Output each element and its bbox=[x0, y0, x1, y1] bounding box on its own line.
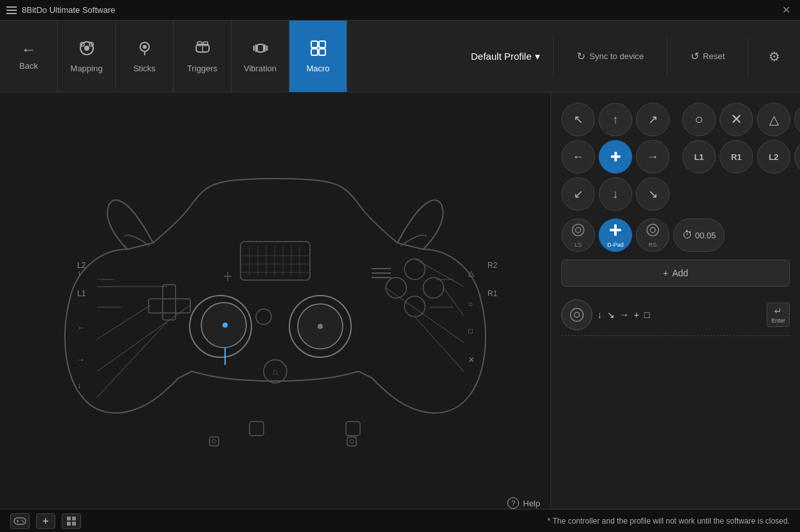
svg-point-36 bbox=[423, 278, 444, 298]
svg-point-45 bbox=[256, 309, 271, 324]
svg-point-86 bbox=[23, 521, 24, 522]
nav-item-back[interactable]: ← Back bbox=[0, 21, 58, 92]
profile-selector[interactable]: Default Profile ▾ bbox=[471, 51, 540, 62]
svg-line-53 bbox=[97, 305, 150, 339]
svg-rect-47 bbox=[346, 421, 360, 436]
dpad-ur[interactable]: ↗ bbox=[636, 103, 669, 136]
dpad-stick-icon bbox=[608, 223, 623, 240]
enter-label: Enter bbox=[771, 317, 785, 324]
macro-trigger-icon[interactable] bbox=[561, 299, 592, 330]
add-button[interactable]: + Add bbox=[561, 260, 790, 287]
btn-rs[interactable]: RS bbox=[636, 218, 669, 252]
label-right: → bbox=[77, 355, 85, 364]
app-menu-icon[interactable] bbox=[6, 6, 17, 14]
macro-seq-text: ↓ ↘ → + □ bbox=[597, 310, 651, 320]
svg-line-56 bbox=[415, 259, 464, 287]
btn-dpad[interactable]: D-Pad bbox=[599, 218, 632, 252]
nav-label-mapping: Mapping bbox=[71, 64, 103, 73]
svg-rect-16 bbox=[311, 41, 318, 48]
svg-rect-72 bbox=[347, 437, 356, 446]
reset-button[interactable]: ↺ Reset bbox=[680, 45, 735, 67]
status-add-icon[interactable]: + bbox=[36, 513, 55, 529]
rs-label: RS bbox=[649, 242, 657, 248]
ls-label: LS bbox=[574, 242, 581, 248]
dpad-group: ↖ ↑ ↗ ← ✚ → ↙ ↓ ↘ bbox=[561, 103, 669, 211]
svg-point-75 bbox=[576, 227, 581, 233]
dpad-right[interactable]: → bbox=[636, 140, 669, 173]
help-icon: ? bbox=[507, 497, 519, 509]
btn-l1[interactable]: L1 bbox=[682, 140, 716, 173]
title-bar-left: 8BitDo Ultimate Software bbox=[6, 5, 115, 15]
main-content: ⌂ bbox=[0, 93, 800, 509]
svg-rect-31 bbox=[163, 285, 176, 320]
svg-rect-88 bbox=[72, 517, 76, 520]
dpad-down[interactable]: ↓ bbox=[599, 177, 632, 211]
macro-enter-btn[interactable]: ↵ Enter bbox=[767, 303, 790, 327]
svg-point-80 bbox=[570, 308, 583, 321]
nav-item-mapping[interactable]: Mapping bbox=[58, 21, 116, 92]
close-button[interactable]: ✕ bbox=[778, 3, 794, 18]
svg-point-78 bbox=[647, 224, 659, 236]
profile-label: Default Profile bbox=[471, 51, 531, 62]
back-icon: ← bbox=[21, 42, 37, 57]
btn-cross[interactable]: ✕ bbox=[720, 103, 753, 136]
btn-r2[interactable]: R2 bbox=[794, 140, 800, 173]
status-bar: + * The controller and the profile will … bbox=[0, 509, 800, 532]
svg-rect-90 bbox=[72, 522, 76, 526]
label-r2: R2 bbox=[487, 261, 497, 270]
svg-rect-17 bbox=[319, 41, 325, 48]
dpad-left[interactable]: ← bbox=[561, 140, 595, 173]
svg-rect-82 bbox=[14, 518, 26, 524]
reset-icon: ↺ bbox=[691, 50, 699, 62]
bottom-row-panel: LS D-Pad RS ⏱ 00.05 bbox=[561, 218, 790, 252]
timer-button[interactable]: ⏱ 00.05 bbox=[673, 218, 725, 252]
sync-button[interactable]: ↻ Sync to device bbox=[567, 45, 654, 67]
btn-circle-o[interactable]: ○ bbox=[682, 103, 716, 136]
svg-point-5 bbox=[143, 45, 147, 49]
svg-line-55 bbox=[97, 320, 169, 397]
app-title: 8BitDo Ultimate Software bbox=[22, 5, 115, 15]
btn-r1[interactable]: R1 bbox=[720, 140, 753, 173]
svg-rect-87 bbox=[67, 517, 71, 520]
label-ls bbox=[208, 436, 220, 449]
nav-label-back: Back bbox=[19, 61, 38, 71]
btn-square[interactable]: □ bbox=[794, 103, 800, 136]
help-button[interactable]: ? Help bbox=[507, 497, 540, 509]
label-square: □ bbox=[468, 326, 473, 335]
dpad-grid: ↖ ↑ ↗ ← ✚ → ↙ ↓ ↘ bbox=[561, 103, 669, 211]
face-buttons-grid: ○ ✕ △ □ L1 R1 L2 R2 bbox=[682, 103, 800, 173]
nav-item-macro[interactable]: Macro bbox=[289, 21, 347, 92]
nav-label-triggers: Triggers bbox=[187, 64, 217, 73]
btn-triangle[interactable]: △ bbox=[757, 103, 790, 136]
nav-item-vibration[interactable]: Vibration bbox=[232, 21, 289, 92]
mapping-icon bbox=[78, 39, 96, 60]
face-buttons-group: ○ ✕ △ □ L1 R1 L2 R2 bbox=[682, 103, 800, 211]
dpad-dr[interactable]: ↘ bbox=[636, 177, 669, 211]
dpad-ul[interactable]: ↖ bbox=[561, 103, 595, 136]
dpad-up[interactable]: ↑ bbox=[599, 103, 632, 136]
dpad-dl[interactable]: ↙ bbox=[561, 177, 595, 211]
btn-ls[interactable]: LS bbox=[561, 218, 595, 252]
status-right: * The controller and the profile will no… bbox=[547, 517, 790, 526]
settings-button[interactable]: ⚙ bbox=[761, 44, 787, 69]
btn-l2[interactable]: L2 bbox=[757, 140, 790, 173]
nav-item-sticks[interactable]: Sticks bbox=[116, 21, 174, 92]
svg-point-35 bbox=[405, 259, 425, 279]
timer-icon: ⏱ bbox=[682, 229, 693, 241]
status-gamepad-icon[interactable] bbox=[10, 513, 30, 529]
rs-icon bbox=[646, 223, 660, 240]
nav-item-triggers[interactable]: Triggers bbox=[174, 21, 232, 92]
label-triangle: △ bbox=[468, 269, 474, 278]
svg-point-26 bbox=[223, 323, 228, 328]
nav-bar: ← Back Mapping Sticks bbox=[0, 21, 800, 93]
dpad-center[interactable]: ✚ bbox=[599, 140, 632, 173]
svg-point-34 bbox=[405, 296, 425, 317]
svg-point-30 bbox=[318, 324, 323, 329]
title-bar: 8BitDo Ultimate Software ✕ bbox=[0, 0, 800, 21]
nav-label-sticks: Sticks bbox=[133, 64, 156, 73]
enter-arrow-icon: ↵ bbox=[774, 306, 782, 316]
add-icon: + bbox=[663, 268, 668, 278]
status-windows-icon[interactable] bbox=[62, 513, 81, 529]
svg-rect-70 bbox=[210, 437, 219, 446]
panel-buttons-area: ↖ ↑ ↗ ← ✚ → ↙ ↓ ↘ ○ ✕ bbox=[561, 103, 790, 211]
